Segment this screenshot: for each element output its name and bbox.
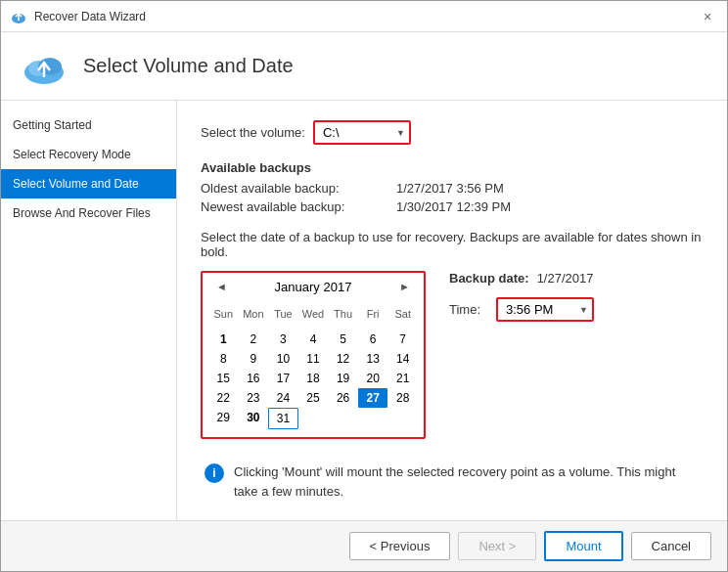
cal-cell-26[interactable]: 26 [328, 388, 358, 408]
time-label: Time: [449, 302, 488, 317]
calendar-row-2: 8 9 10 11 12 13 14 [208, 349, 418, 369]
cal-cell-5[interactable]: 5 [328, 330, 358, 349]
app-icon [11, 9, 26, 24]
title-text: Recover Data Wizard [34, 10, 146, 23]
cal-cell-24[interactable]: 24 [268, 388, 298, 408]
cal-cell-29[interactable]: 29 [208, 408, 239, 429]
calendar-row-5: 29 30 31 [208, 408, 418, 429]
cal-cell-empty [298, 408, 329, 429]
cal-cell-empty [358, 408, 388, 429]
newest-value: 1/30/2017 12:39 PM [396, 199, 511, 214]
cal-cell-28[interactable]: 28 [387, 388, 418, 408]
main-content: Getting Started Select Recovery Mode Sel… [1, 101, 727, 520]
backup-options: Backup date: 1/27/2017 Time: 3:56 PM 12:… [449, 271, 594, 322]
previous-button[interactable]: < Previous [349, 532, 451, 560]
cal-cell-15[interactable]: 15 [208, 369, 239, 388]
cal-cell-2[interactable]: 2 [239, 330, 269, 349]
cal-cell-13[interactable]: 13 [358, 349, 388, 369]
cal-cell-19[interactable]: 19 [328, 369, 358, 388]
cal-cell-23[interactable]: 23 [239, 388, 269, 408]
cal-cell-empty [387, 408, 418, 429]
available-backups-title: Available backups [201, 160, 704, 175]
calendar-next-nav[interactable]: ► [395, 279, 414, 294]
cal-cell-6[interactable]: 6 [358, 330, 388, 349]
calendar-prev-nav[interactable]: ◄ [212, 279, 231, 294]
cal-cell-31[interactable]: 31 [268, 408, 298, 429]
cal-cell-20[interactable]: 20 [358, 369, 388, 388]
main-window: Recover Data Wizard × Select Volume and … [0, 0, 728, 572]
cal-cell-18[interactable]: 18 [298, 369, 329, 388]
cal-cell-22[interactable]: 22 [208, 388, 239, 408]
cal-cell-11[interactable]: 11 [298, 349, 329, 369]
calendar-row-1: 1 2 3 4 5 6 7 [208, 330, 418, 349]
time-row: Time: 3:56 PM 12:39 PM [449, 297, 594, 322]
backup-info: Available backups Oldest available backu… [201, 160, 704, 214]
cal-cell-8[interactable]: 8 [208, 349, 239, 369]
calendar: ◄ January 2017 ► Sun Mon Tue Wed Thu Fri… [201, 271, 426, 439]
sidebar: Getting Started Select Recovery Mode Sel… [1, 101, 177, 520]
volume-label: Select the volume: [201, 125, 305, 140]
cal-cell-21[interactable]: 21 [387, 369, 418, 388]
oldest-backup-row: Oldest available backup: 1/27/2017 3:56 … [201, 181, 704, 196]
cal-cell-4[interactable]: 4 [298, 330, 329, 349]
calendar-row-4: 22 23 24 25 26 27 28 [208, 388, 418, 408]
title-bar: Recover Data Wizard × [1, 1, 727, 32]
calendar-days-header: Sun Mon Tue Wed Thu Fri Sat [208, 304, 418, 324]
info-box: i Clicking 'Mount' will mount the select… [201, 462, 704, 501]
day-header-tue: Tue [268, 306, 298, 322]
info-icon: i [205, 463, 224, 483]
header-area: Select Volume and Date [1, 32, 727, 101]
day-header-thu: Thu [328, 306, 358, 322]
cal-cell-17[interactable]: 17 [268, 369, 298, 388]
next-button[interactable]: Next > [458, 532, 536, 560]
header-icon [21, 43, 68, 90]
cancel-button[interactable]: Cancel [631, 532, 711, 560]
cal-cell-3[interactable]: 3 [268, 330, 298, 349]
cal-cell-1[interactable]: 1 [208, 330, 239, 349]
cal-cell-7[interactable]: 7 [387, 330, 418, 349]
cal-cell-16[interactable]: 16 [239, 369, 269, 388]
calendar-and-options: ◄ January 2017 ► Sun Mon Tue Wed Thu Fri… [201, 271, 704, 439]
volume-row: Select the volume: C:\ D:\ E:\ [201, 120, 704, 145]
mount-button[interactable]: Mount [544, 531, 622, 561]
calendar-header: ◄ January 2017 ► [203, 273, 424, 300]
sidebar-item-select-volume-and-date[interactable]: Select Volume and Date [1, 169, 176, 198]
calendar-row-3: 15 16 17 18 19 20 21 [208, 369, 418, 388]
close-button[interactable]: × [698, 7, 717, 26]
cal-cell-9[interactable]: 9 [239, 349, 269, 369]
select-date-text: Select the date of a backup to use for r… [201, 230, 704, 259]
day-header-wed: Wed [298, 306, 329, 322]
sidebar-item-browse-and-recover-files[interactable]: Browse And Recover Files [1, 198, 176, 228]
volume-select-wrapper: C:\ D:\ E:\ [313, 120, 411, 145]
day-header-fri: Fri [358, 306, 388, 322]
page-title: Select Volume and Date [83, 55, 294, 77]
backup-date-label: Backup date: [449, 271, 529, 286]
info-text: Clicking 'Mount' will mount the selected… [234, 462, 700, 501]
time-select-wrapper: 3:56 PM 12:39 PM [496, 297, 594, 322]
title-bar-left: Recover Data Wizard [11, 9, 146, 24]
day-header-sun: Sun [208, 306, 239, 322]
cal-cell-14[interactable]: 14 [387, 349, 418, 369]
cal-cell-25[interactable]: 25 [298, 388, 329, 408]
oldest-label: Oldest available backup: [201, 181, 396, 196]
cal-cell-12[interactable]: 12 [328, 349, 358, 369]
calendar-grid: Sun Mon Tue Wed Thu Fri Sat [203, 300, 424, 437]
day-header-mon: Mon [239, 306, 269, 322]
sidebar-item-select-recovery-mode[interactable]: Select Recovery Mode [1, 140, 176, 169]
backup-date-value: 1/27/2017 [537, 271, 594, 286]
calendar-month-year: January 2017 [275, 280, 352, 294]
volume-select[interactable]: C:\ D:\ E:\ [313, 120, 411, 145]
day-header-sat: Sat [387, 306, 418, 322]
content-area: Select the volume: C:\ D:\ E:\ Available… [177, 101, 727, 520]
time-select[interactable]: 3:56 PM 12:39 PM [496, 297, 594, 322]
cal-cell-10[interactable]: 10 [268, 349, 298, 369]
backup-date-row: Backup date: 1/27/2017 [449, 271, 594, 286]
footer: < Previous Next > Mount Cancel [1, 520, 727, 571]
sidebar-item-getting-started[interactable]: Getting Started [1, 110, 176, 140]
cal-cell-27[interactable]: 27 [358, 388, 388, 408]
newest-backup-row: Newest available backup: 1/30/2017 12:39… [201, 199, 704, 214]
oldest-value: 1/27/2017 3:56 PM [396, 181, 504, 196]
cal-cell-30[interactable]: 30 [239, 408, 269, 429]
newest-label: Newest available backup: [201, 199, 396, 214]
cal-cell-empty [328, 408, 358, 429]
